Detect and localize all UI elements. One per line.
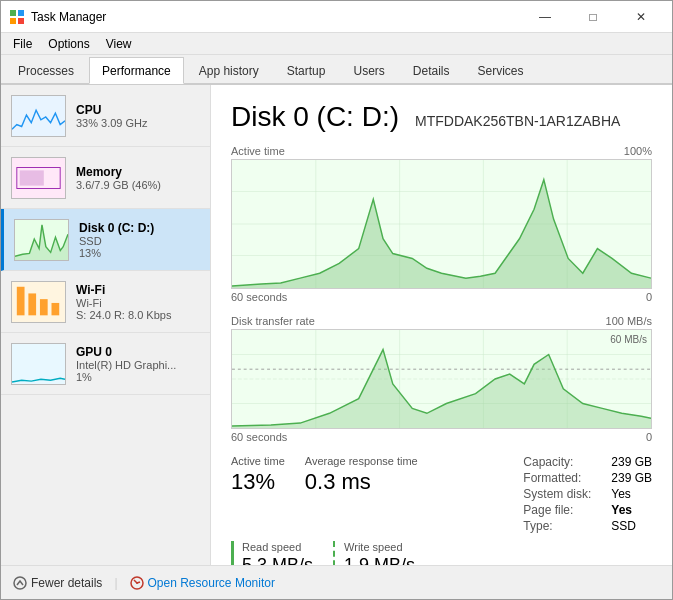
transfer-rate-chart: 60 MB/s <box>231 329 652 429</box>
cpu-title: CPU <box>76 103 200 117</box>
fewer-details-button[interactable]: Fewer details <box>13 576 102 590</box>
disk-main-title: Disk 0 (C: D:) <box>231 101 399 133</box>
task-manager-window: Task Manager — □ ✕ File Options View Pro… <box>0 0 673 600</box>
gpu-info: GPU 0 Intel(R) HD Graphi... 1% <box>76 345 200 383</box>
gpu-value: 1% <box>76 371 200 383</box>
footer-separator: | <box>114 576 117 590</box>
maximize-button[interactable]: □ <box>570 2 616 32</box>
svg-rect-7 <box>28 293 36 315</box>
transfer-secondary-label: 60 MB/s <box>610 334 647 345</box>
stat-response-time: Average response time 0.3 ms <box>305 455 418 533</box>
tab-startup[interactable]: Startup <box>274 57 339 83</box>
disk-percent: 13% <box>79 247 200 259</box>
active-time-chart-section: Active time 100% <box>231 145 652 303</box>
wifi-subtitle: Wi-Fi <box>76 297 200 309</box>
speed-stats-row: Read speed 5.3 MB/s Write speed 1.9 MB/s <box>231 541 652 565</box>
footer-bar: Fewer details | Open Resource Monitor <box>1 565 672 599</box>
svg-rect-1 <box>18 10 24 16</box>
disk-model: MTFDDAK256TBN-1AR1ZABHA <box>415 113 620 129</box>
menu-view[interactable]: View <box>98 35 140 53</box>
system-disk-row: System disk: Yes <box>523 487 652 501</box>
active-time-chart-header: Active time 100% <box>231 145 652 157</box>
svg-rect-0 <box>10 10 16 16</box>
transfer-rate-zero: 0 <box>646 431 652 443</box>
active-time-time: 60 seconds <box>231 291 287 303</box>
read-speed-stat: Read speed 5.3 MB/s <box>242 541 313 565</box>
fewer-details-label: Fewer details <box>31 576 102 590</box>
capacity-row: Capacity: 239 GB <box>523 455 652 469</box>
svg-rect-3 <box>18 18 24 24</box>
memory-mini-graph <box>11 157 66 199</box>
tab-users[interactable]: Users <box>340 57 397 83</box>
svg-rect-6 <box>17 286 25 315</box>
formatted-label: Formatted: <box>523 471 603 485</box>
transfer-rate-chart-footer: 60 seconds 0 <box>231 431 652 443</box>
tab-processes[interactable]: Processes <box>5 57 87 83</box>
open-resource-monitor-link[interactable]: Open Resource Monitor <box>130 576 275 590</box>
disk-type: SSD <box>79 235 200 247</box>
open-resource-monitor-label: Open Resource Monitor <box>148 576 275 590</box>
avg-response-value: 0.3 ms <box>305 469 418 495</box>
page-file-label: Page file: <box>523 503 603 517</box>
type-row: Type: SSD <box>523 519 652 533</box>
svg-rect-9 <box>52 302 60 314</box>
cpu-subtitle: 33% 3.09 GHz <box>76 117 200 129</box>
chevron-up-icon <box>13 576 27 590</box>
memory-title: Memory <box>76 165 200 179</box>
stat-active-time: Active time 13% <box>231 455 285 533</box>
type-label: Type: <box>523 519 603 533</box>
memory-subtitle: 3.6/7.9 GB (46%) <box>76 179 200 191</box>
svg-rect-8 <box>40 299 48 315</box>
sidebar: CPU 33% 3.09 GHz Memory 3.6/7.9 GB (46%) <box>1 85 211 565</box>
gpu-title: GPU 0 <box>76 345 200 359</box>
tab-performance[interactable]: Performance <box>89 57 184 84</box>
sidebar-item-wifi[interactable]: Wi-Fi Wi-Fi S: 24.0 R: 8.0 Kbps <box>1 271 210 333</box>
main-panel: Disk 0 (C: D:) MTFDDAK256TBN-1AR1ZABHA A… <box>211 85 672 565</box>
transfer-rate-time: 60 seconds <box>231 431 287 443</box>
wifi-title: Wi-Fi <box>76 283 200 297</box>
close-button[interactable]: ✕ <box>618 2 664 32</box>
svg-rect-5 <box>20 170 44 185</box>
active-time-label: Active time <box>231 145 285 157</box>
write-speed-label: Write speed <box>344 541 415 553</box>
stats-row: Active time 13% Average response time 0.… <box>231 455 652 533</box>
transfer-rate-chart-section: Disk transfer rate 100 MB/s 60 MB/s <box>231 315 652 443</box>
resource-monitor-icon <box>130 576 144 590</box>
wifi-info: Wi-Fi Wi-Fi S: 24.0 R: 8.0 Kbps <box>76 283 200 321</box>
tab-app-history[interactable]: App history <box>186 57 272 83</box>
read-speed-group: Read speed 5.3 MB/s <box>231 541 313 565</box>
page-file-row: Page file: Yes <box>523 503 652 517</box>
active-time-stat-value: 13% <box>231 469 285 495</box>
tab-details[interactable]: Details <box>400 57 463 83</box>
system-disk-label: System disk: <box>523 487 603 501</box>
sidebar-item-gpu[interactable]: GPU 0 Intel(R) HD Graphi... 1% <box>1 333 210 395</box>
sidebar-item-cpu[interactable]: CPU 33% 3.09 GHz <box>1 85 210 147</box>
transfer-rate-chart-header: Disk transfer rate 100 MB/s <box>231 315 652 327</box>
svg-rect-2 <box>10 18 16 24</box>
gpu-subtitle: Intel(R) HD Graphi... <box>76 359 200 371</box>
sidebar-item-disk[interactable]: Disk 0 (C: D:) SSD 13% <box>1 209 210 271</box>
app-icon <box>9 9 25 25</box>
write-speed-value: 1.9 MB/s <box>344 555 415 565</box>
capacity-label: Capacity: <box>523 455 603 469</box>
svg-marker-26 <box>232 350 651 428</box>
active-time-max: 100% <box>624 145 652 157</box>
active-time-zero: 0 <box>646 291 652 303</box>
read-speed-divider <box>231 541 234 565</box>
right-stats: Capacity: 239 GB Formatted: 239 GB Syste… <box>523 455 652 533</box>
gpu-mini-graph <box>11 343 66 385</box>
disk-title-sidebar: Disk 0 (C: D:) <box>79 221 200 235</box>
avg-response-label: Average response time <box>305 455 418 467</box>
svg-marker-17 <box>232 180 651 288</box>
tab-services[interactable]: Services <box>465 57 537 83</box>
window-title: Task Manager <box>31 10 522 24</box>
main-content: CPU 33% 3.09 GHz Memory 3.6/7.9 GB (46%) <box>1 85 672 565</box>
cpu-info: CPU 33% 3.09 GHz <box>76 103 200 129</box>
sidebar-item-memory[interactable]: Memory 3.6/7.9 GB (46%) <box>1 147 210 209</box>
cpu-mini-graph <box>11 95 66 137</box>
minimize-button[interactable]: — <box>522 2 568 32</box>
menu-options[interactable]: Options <box>40 35 97 53</box>
write-speed-group: Write speed 1.9 MB/s <box>333 541 415 565</box>
menu-file[interactable]: File <box>5 35 40 53</box>
write-speed-stat: Write speed 1.9 MB/s <box>344 541 415 565</box>
